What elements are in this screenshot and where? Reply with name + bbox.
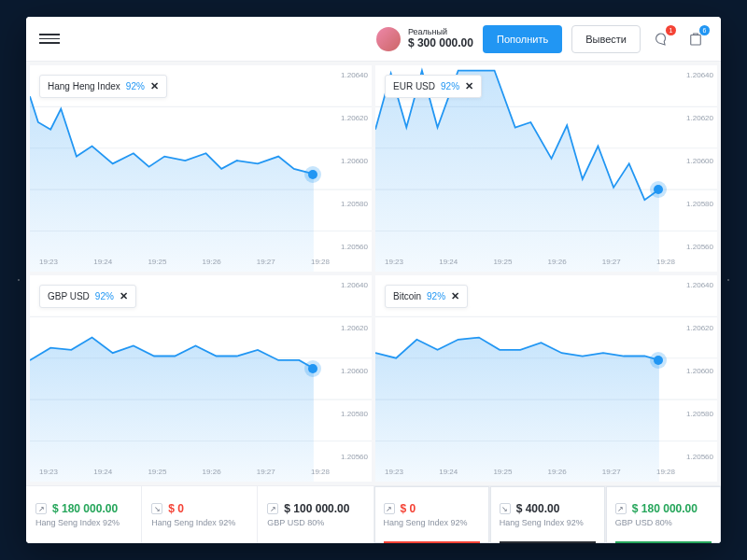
direction-icon: ↘ — [500, 503, 511, 514]
instrument-name: Hang Heng Index — [48, 81, 120, 91]
position-meta: GBP USD 80% — [267, 518, 363, 527]
position-value: $ 100 000.00 — [284, 502, 349, 515]
position-card[interactable]: ↗ $ 100 000.00 GBP USD 80% — [258, 486, 374, 543]
x-axis-labels: 19:2319:2419:2519:2619:2719:28 — [39, 258, 330, 266]
position-value: $ 400.00 — [516, 502, 560, 515]
instrument-name: GBP USD — [48, 291, 90, 301]
y-axis-labels: 1.206401.206201.206001.205801.20560 — [341, 71, 368, 251]
close-icon[interactable]: ✕ — [465, 80, 473, 92]
cart-badge: 6 — [699, 25, 710, 35]
position-value: $ 180 000.00 — [632, 502, 698, 515]
position-meta: Hang Seng Index 92% — [384, 518, 480, 527]
close-icon[interactable]: ✕ — [120, 290, 128, 302]
y-axis-labels: 1.206401.206201.206001.205801.20560 — [686, 71, 713, 251]
charts-grid: Hang Heng Index 92% ✕ 1.206401.206201.20… — [26, 62, 721, 485]
account-balance: $ 300 000.00 — [408, 37, 473, 49]
position-value: $ 0 — [401, 502, 416, 515]
position-meta: Hang Seng Index 92% — [35, 518, 132, 527]
direction-icon: ↘ — [151, 503, 162, 514]
withdraw-button[interactable]: Вывести — [571, 25, 641, 53]
position-value: $ 180 000.00 — [52, 502, 118, 515]
svg-rect-0 — [691, 35, 701, 45]
app-window: Реальный $ 300 000.00 Пополнить Вывести … — [26, 17, 721, 543]
chart-chip[interactable]: GBP USD 92% ✕ — [39, 285, 136, 308]
chart-card[interactable]: EUR USD 92% ✕ 1.206401.206201.206001.205… — [375, 65, 717, 272]
deposit-button[interactable]: Пополнить — [483, 25, 562, 53]
position-meta: Hang Seng Index 92% — [500, 518, 596, 527]
chart-card[interactable]: Hang Heng Index 92% ✕ 1.206401.206201.20… — [30, 65, 372, 272]
direction-icon: ↗ — [384, 503, 395, 514]
position-meta: GBP USD 80% — [615, 518, 712, 527]
instrument-pct: 92% — [427, 291, 445, 301]
account-info[interactable]: Реальный $ 300 000.00 — [376, 27, 473, 51]
chart-chip[interactable]: Hang Heng Index 92% ✕ — [39, 75, 167, 98]
chart-chip[interactable]: EUR USD 92% ✕ — [385, 75, 482, 98]
instrument-pct: 92% — [95, 291, 114, 301]
position-card[interactable]: ↗ $ 180 000.00 Hang Seng Index 92% — [26, 486, 142, 543]
instrument-pct: 92% — [441, 81, 459, 91]
instrument-name: EUR USD — [393, 81, 435, 91]
x-axis-labels: 19:2319:2419:2519:2619:2719:28 — [385, 258, 675, 266]
x-axis-labels: 19:2319:2419:2519:2619:2719:28 — [385, 468, 675, 476]
direction-icon: ↗ — [35, 503, 47, 514]
instrument-pct: 92% — [126, 81, 145, 91]
chart-card[interactable]: Bitcoin 92% ✕ 1.206401.206201.206001.205… — [375, 275, 717, 482]
position-meta: Hang Seng Index 92% — [151, 518, 247, 527]
x-axis-labels: 19:2319:2419:2519:2619:2719:28 — [39, 468, 330, 476]
position-card[interactable]: ↗ $ 180 000.00 GBP USD 80% — [606, 486, 721, 543]
accent-line — [615, 541, 712, 543]
instrument-name: Bitcoin — [393, 291, 421, 301]
accent-line — [384, 541, 480, 543]
avatar — [376, 27, 401, 51]
cart-icon[interactable]: 6 — [684, 27, 708, 51]
close-icon[interactable]: ✕ — [451, 290, 459, 302]
position-value: $ 0 — [168, 502, 184, 515]
chart-card[interactable]: GBP USD 92% ✕ 1.206401.206201.206001.205… — [30, 275, 372, 482]
direction-icon: ↗ — [615, 503, 627, 514]
positions-bar: ↗ $ 180 000.00 Hang Seng Index 92% ↘ $ 0… — [26, 485, 721, 543]
y-axis-labels: 1.206401.206201.206001.205801.20560 — [341, 281, 368, 461]
close-icon[interactable]: ✕ — [150, 80, 159, 92]
notif-badge: 1 — [666, 25, 676, 35]
position-card[interactable]: ↘ $ 0 Hang Seng Index 92% — [142, 486, 258, 543]
position-card[interactable]: ↘ $ 400.00 Hang Seng Index 92% — [490, 486, 606, 543]
header-bar: Реальный $ 300 000.00 Пополнить Вывести … — [26, 17, 721, 62]
menu-icon[interactable] — [39, 29, 60, 49]
live-price-dot — [308, 170, 317, 179]
chart-chip[interactable]: Bitcoin 92% ✕ — [385, 285, 468, 308]
accent-line — [500, 541, 596, 543]
direction-icon: ↗ — [267, 503, 278, 514]
position-card[interactable]: ↗ $ 0 Hang Seng Index 92% — [374, 486, 490, 543]
y-axis-labels: 1.206401.206201.206001.205801.20560 — [686, 281, 713, 461]
notifications-icon[interactable]: 1 — [650, 27, 674, 51]
